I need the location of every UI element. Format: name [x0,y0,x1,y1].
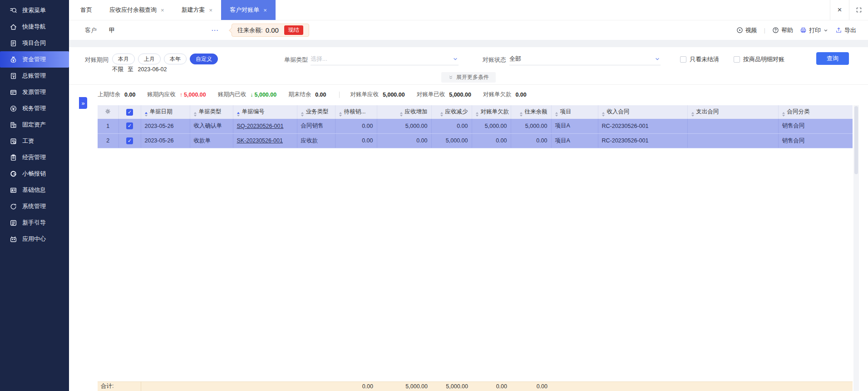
tab-new-plan[interactable]: 新建方案 × [173,0,222,20]
sort-icon[interactable] [145,112,148,117]
summary-strip: 上期结余 0.00 账期内应收 ↑ 5,000.00 账期内已收 ↓ 5,000… [98,91,538,98]
status-label: 对账状态 [483,56,506,64]
sidebar-expander-button[interactable]: » [79,97,87,109]
col-doc-no[interactable]: 单据编号 [233,105,297,119]
toolbar-actions: 视频 | 帮助 打印 导出 [736,26,856,34]
col-pending-writeoff[interactable]: 待核销... [335,105,377,119]
sidebar-item-general-ledger[interactable]: 总账管理 [0,68,69,84]
scrollbar-thumb[interactable] [854,106,858,174]
row-checkbox[interactable]: ✓ [126,137,133,144]
sort-icon[interactable] [520,112,523,117]
sidebar-item-invoice-management[interactable]: 发票管理 [0,84,69,100]
checkbox-box[interactable] [734,56,740,63]
select-all-checkbox[interactable]: ✓ [126,109,133,116]
col-doc-type[interactable]: 单据类型 [190,105,233,119]
sidebar-item-project-contract[interactable]: 项目合同 [0,35,69,51]
up-arrow-icon: ↑ [180,92,182,98]
app-center-icon [10,235,17,243]
col-project[interactable]: 项目 [551,105,598,119]
down-arrow-icon: ↓ [250,92,253,98]
col-receivable-decrease[interactable]: 应收减少 [431,105,472,119]
row-checkbox[interactable]: ✓ [126,122,133,129]
sort-icon[interactable] [440,112,443,117]
doc-no-link[interactable]: SK-20230526-001 [237,137,283,144]
export-button[interactable]: 导出 [835,26,856,34]
totals-label: 合计: [98,381,141,391]
sidebar-item-reimbursement[interactable]: 小畅报销 [0,166,69,182]
chevron-down-icon [823,28,829,33]
sidebar-item-label: 固定资产 [22,121,46,129]
vertical-scrollbar[interactable] [853,105,859,391]
period-this-month[interactable]: 本月 [112,54,135,64]
date-end[interactable]: 2023-06-02 [138,66,167,73]
close-window-icon[interactable]: × [830,0,849,20]
building-icon [10,121,17,129]
checkbox-box[interactable] [680,56,686,63]
col-statement-owing[interactable]: 对账单欠款 [472,105,511,119]
settle-badge: 现结 [284,25,303,35]
window-controls: × [830,0,868,20]
col-balance[interactable]: 往来余额 [511,105,551,119]
sidebar-item-payroll[interactable]: 工资 [0,133,69,149]
tab-balance-query[interactable]: 应收应付余额查询 × [101,0,173,20]
sidebar-item-fixed-assets[interactable]: 固定资产 [0,117,69,133]
print-button[interactable]: 打印 [800,26,829,34]
col-receivable-increase[interactable]: 应收增加 [377,105,431,119]
sort-icon[interactable] [476,112,478,117]
period-this-year[interactable]: 本年 [164,54,187,64]
sidebar-item-app-center[interactable]: 应用中心 [0,231,69,247]
close-tab-icon[interactable]: × [161,7,164,14]
doc-type-select[interactable]: 选择... [311,53,459,65]
sidebar-item-base-info[interactable]: 基础信息 [0,182,69,198]
help-button[interactable]: 帮助 [772,26,793,34]
totals-row: 合计: 0.00 5,000.00 5,000.00 0.00 0.00 [98,381,853,391]
query-button[interactable]: 查询 [816,52,849,65]
gear-icon[interactable] [104,108,111,115]
col-biz-type[interactable]: 业务类型 [297,105,335,119]
period-custom[interactable]: 自定义 [190,54,218,64]
sort-icon[interactable] [602,112,605,117]
col-income-contract[interactable]: 收入合同 [598,105,687,119]
sort-icon[interactable] [782,112,785,117]
summary-closing-balance: 期末结余 0.00 [288,91,326,98]
sidebar-item-search-menu[interactable]: 搜索菜单 [0,2,69,19]
summary-statement-owing: 对账单欠款 0.00 [483,91,527,98]
sort-icon[interactable] [691,112,694,117]
doc-no-link[interactable]: SQ-20230526-001 [237,123,284,129]
sidebar-item-beginner-guide[interactable]: 新手引导 [0,215,69,231]
fullscreen-icon[interactable] [849,0,868,20]
sort-icon[interactable] [237,112,240,117]
balance-bubble: 往来余额: 0.00 现结 [232,24,309,37]
date-start[interactable]: 不限 [112,66,123,73]
tab-customer-statement[interactable]: 客户对账单 × [221,0,276,20]
section-divider [69,40,868,47]
video-icon [736,27,743,34]
table-row[interactable]: 1 ✓ 2023-05-26 收入确认单 SQ-20230526-001 合同销… [98,119,853,133]
sort-icon[interactable] [194,112,197,117]
sidebar-item-tax-management[interactable]: 税务管理 [0,100,69,117]
sort-icon[interactable] [555,112,558,117]
sort-icon[interactable] [339,112,342,117]
unsettled-only-checkbox[interactable]: 只看未结清 [680,55,719,64]
expand-more-button[interactable]: 展开更多条件 [441,72,496,83]
tab-home[interactable]: 首页 [72,0,101,20]
table-row[interactable]: 2 ✓ 2023-05-26 收款单 SK-20230526-001 应收款 0… [98,133,853,148]
video-button[interactable]: 视频 [736,26,757,34]
ellipsis-icon[interactable]: ··· [212,27,219,34]
col-contract-category[interactable]: 合同分类 [778,105,853,119]
by-item-detail-checkbox[interactable]: 按商品明细对账 [734,55,784,64]
close-tab-icon[interactable]: × [209,7,213,14]
close-tab-icon[interactable]: × [263,7,267,14]
status-value: 全部 [509,55,521,63]
status-select[interactable]: 全部 [509,53,661,65]
sidebar-item-business-management[interactable]: 经营管理 [0,149,69,166]
sidebar-item-system-management[interactable]: 系统管理 [0,198,69,215]
sidebar-item-funds-management[interactable]: 资金管理 [0,51,69,68]
sidebar-item-quick-nav[interactable]: 快捷导航 [0,19,69,35]
customer-field[interactable]: 客户 甲 ··· [85,26,219,34]
col-expense-contract[interactable]: 支出合同 [687,105,778,119]
period-last-month[interactable]: 上月 [138,54,161,64]
sort-icon[interactable] [400,112,403,117]
sort-icon[interactable] [301,112,304,117]
col-doc-date[interactable]: 单据日期 [141,105,190,119]
